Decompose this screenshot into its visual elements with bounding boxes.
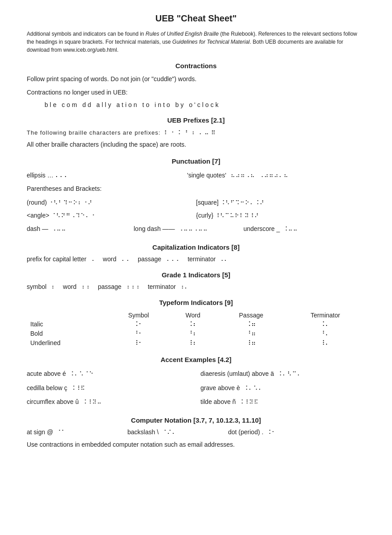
accent-block: acute above é ⠨⠄⠡⠈⠑ diaeresis (umlaut) a… — [27, 368, 365, 408]
ueb-prefixes-title: UEB Prefixes [2.1] — [27, 116, 365, 124]
accent-grave: grave above è ⠨⠄⠡⠄ — [200, 382, 365, 395]
punct-ellipsis-label: ellipsis … ⠄⠄⠄ — [27, 169, 98, 181]
punct-ellipsis-row: ellipsis … ⠄⠄⠄ 'single quotes' ⠦⠴⠶⠠⠦ ⠠⠴⠶… — [27, 169, 365, 182]
cap-passage-braille: ⠠⠠⠠ — [165, 256, 180, 263]
punct-angle: <angle> ⠈⠣⠝⠛⠠⠹⠑⠄⠐ — [27, 209, 196, 222]
typeform-italic-word: ⠨⠆ — [169, 320, 217, 329]
computer-dot: dot (period) . ⠨⠂ — [228, 428, 326, 436]
typeform-italic-terminator: ⠨⠄ — [286, 320, 365, 329]
grade1-symbol-braille: ⠰ — [50, 284, 55, 291]
typeform-col-symbol: Symbol — [108, 311, 169, 320]
cap-prefix-label: prefix for capital letter — [27, 255, 86, 263]
typeform-bold-row: Bold ⠘⠂ ⠘⠆ ⠘⠶ ⠘⠄ — [27, 329, 365, 338]
typeform-bold-label: Bold — [27, 329, 108, 338]
grade1-terminator-braille: ⠰⠄ — [180, 284, 189, 291]
accent-diaeresis: diaeresis (umlaut) above ä ⠨⠄⠣⠉⠄ — [200, 368, 365, 380]
cap-prefix-braille: ⠠ — [90, 256, 95, 263]
cap-title: Capitalization Indicators [8] — [27, 243, 365, 251]
typeform-bold-symbol: ⠘⠂ — [108, 329, 169, 338]
grade1-title: Grade 1 Indicators [5] — [27, 271, 365, 279]
punct-round: (round) ⠐⠣⠃⠹⠒⠕⠆⠐⠜ — [27, 196, 196, 209]
grade1-word-label: word — [63, 283, 76, 290]
typeform-italic-passage: ⠨⠶ — [217, 320, 286, 329]
punct-long-dash: long dash —— ⠠⠤⠤⠠⠤⠤ — [134, 223, 208, 235]
punct-dash-label: dash — ⠠⠤⠤ — [27, 223, 98, 235]
typeform-col-terminator: Terminator — [286, 311, 365, 320]
typeform-table: Symbol Word Passage Terminator Italic ⠨⠂… — [27, 311, 365, 348]
punct-paren-grid: (round) ⠐⠣⠃⠹⠒⠕⠆⠐⠜ [square] ⠨⠣⠋⠩⠒⠕⠄⠨⠜ <an… — [27, 196, 365, 222]
cap-word-label: word — [103, 255, 116, 263]
contractions-title: Contractions — [27, 62, 365, 70]
typeform-italic-row: Italic ⠨⠂ ⠨⠆ ⠨⠶ ⠨⠄ — [27, 320, 365, 329]
contractions-para2: Contractions no longer used in UEB: — [27, 87, 365, 97]
typeform-underlined-row: Underlined ⠸⠂ ⠸⠆ ⠸⠶ ⠸⠄ — [27, 338, 365, 348]
punct-underscore: underscore _ ⠨⠤⠤ — [244, 223, 298, 235]
punct-singlequotes-label: 'single quotes' ⠦⠴⠶⠠⠦ ⠠⠴⠶⠴⠄⠦ — [187, 169, 289, 182]
computer-title: Computer Notation [3.7, 7, 10.12.3, 11.1… — [27, 416, 365, 424]
typeform-header-row: Symbol Word Passage Terminator — [27, 311, 365, 320]
accent-circumflex: circumflex above û ⠨⠸⠽⠤ — [27, 396, 192, 408]
cap-word-braille: ⠠⠠ — [120, 256, 130, 263]
punctuation-title: Punctuation [7] — [27, 157, 365, 165]
ueb-prefixes-line1: The following braille characters are pre… — [27, 128, 365, 138]
accent-acute: acute above é ⠨⠄⠡⠈⠑ — [27, 368, 192, 380]
page-title: UEB "Cheat Sheet" — [27, 13, 365, 24]
accent-title: Accent Examples [4.2] — [27, 356, 365, 363]
typeform-underlined-label: Underlined — [27, 338, 108, 348]
ueb-prefixes-line2: All other braille characters (including … — [27, 140, 365, 149]
punct-square: [square] ⠨⠣⠋⠩⠒⠕⠄⠨⠜ — [196, 196, 365, 209]
grade1-row: symbol ⠰ word ⠰⠰ passage ⠰⠰⠰ terminator … — [27, 283, 365, 291]
typeform-col-passage: Passage — [217, 311, 286, 320]
typeform-col-word: Word — [169, 311, 217, 320]
cap-terminator-label: terminator — [188, 255, 216, 263]
cap-terminator-braille: ⠠⠄ — [219, 256, 229, 263]
typeform-bold-terminator: ⠘⠄ — [286, 329, 365, 338]
accent-tilde: tilde above ñ ⠨⠸⠽⠯ — [200, 396, 365, 408]
grade1-passage-braille: ⠰⠰⠰ — [125, 284, 140, 291]
typeform-bold-word: ⠘⠆ — [169, 329, 217, 338]
typeform-underlined-passage: ⠸⠶ — [217, 338, 286, 348]
computer-footer: Use contractions in embedded computer no… — [27, 440, 365, 449]
typeform-col-empty — [27, 311, 108, 320]
typeform-underlined-terminator: ⠸⠄ — [286, 338, 365, 348]
punctuation-block: ellipsis … ⠄⠄⠄ 'single quotes' ⠦⠴⠶⠠⠦ ⠠⠴⠶… — [27, 169, 365, 235]
cap-passage-label: passage — [138, 255, 161, 263]
contractions-para1: Follow print spacing of words. Do not jo… — [27, 74, 365, 84]
cap-row: prefix for capital letter ⠠ word ⠠⠠ pass… — [27, 255, 365, 263]
punct-parentheses-header: Parentheses and Brackets: — [27, 183, 365, 196]
accent-cedilla: cedilla below ç ⠨⠸⠯ — [27, 382, 192, 395]
typeform-underlined-word: ⠸⠆ — [169, 338, 217, 348]
typeform-title: Typeform Indicators [9] — [27, 299, 365, 306]
grade1-passage-label: passage — [98, 283, 122, 290]
typeform-bold-passage: ⠘⠶ — [217, 329, 286, 338]
grade1-terminator-label: terminator — [148, 283, 176, 290]
typeform-italic-symbol: ⠨⠂ — [108, 320, 169, 329]
intro-text: Additional symbols and indicators can be… — [27, 30, 365, 54]
computer-items-row: at sign @ ⠈⠁ backslash \ ⠈⠌⠄ dot (period… — [27, 428, 365, 436]
punct-curly: {curly} ⠸⠣⠉⠥⠗⠇⠽⠸⠜ — [196, 209, 365, 222]
computer-atsign: at sign @ ⠈⠁ — [27, 428, 125, 436]
grade1-word-braille: ⠰⠰ — [80, 284, 90, 291]
typeform-underlined-symbol: ⠸⠂ — [108, 338, 169, 348]
grade1-symbol-label: symbol — [27, 283, 46, 290]
contractions-list: ble com dd ally ation to into by o'clock — [45, 101, 365, 108]
computer-backslash: backslash \ ⠈⠌⠄ — [127, 428, 225, 436]
typeform-italic-label: Italic — [27, 320, 108, 329]
punct-dash-row: dash — ⠠⠤⠤ long dash —— ⠠⠤⠤⠠⠤⠤ underscor… — [27, 223, 365, 235]
